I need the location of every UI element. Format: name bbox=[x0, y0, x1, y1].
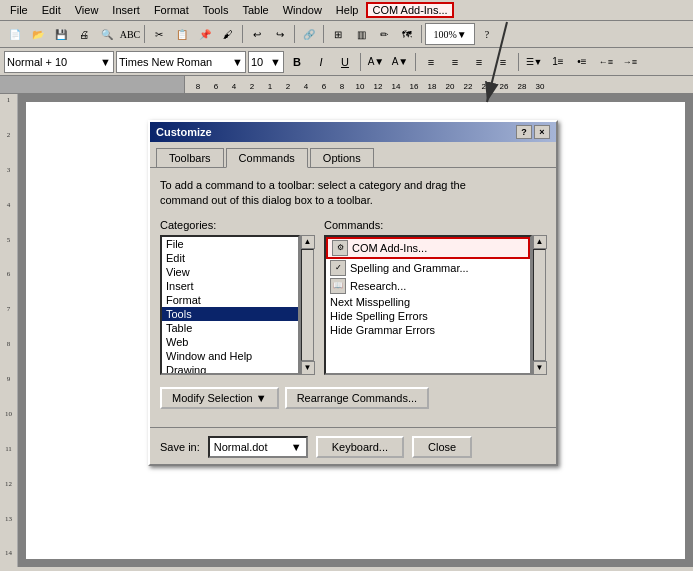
numbering-btn[interactable]: 1≡ bbox=[547, 51, 569, 73]
cmd-com-add-ins[interactable]: ⚙ COM Add-Ins... bbox=[326, 237, 530, 259]
save-in-dropdown[interactable]: Normal.dot ▼ bbox=[208, 436, 308, 458]
decrease-indent-btn[interactable]: ←≡ bbox=[595, 51, 617, 73]
preview-btn[interactable]: 🔍 bbox=[96, 23, 118, 45]
cmd-scroll-down-btn[interactable]: ▼ bbox=[533, 361, 547, 375]
highlight-btn[interactable]: A▼ bbox=[389, 51, 411, 73]
columns-btn[interactable]: ▥ bbox=[350, 23, 372, 45]
cmd-research[interactable]: 📖 Research... bbox=[326, 277, 530, 295]
tab-commands[interactable]: Commands bbox=[226, 148, 308, 168]
format-sep2 bbox=[415, 53, 416, 71]
menu-insert[interactable]: Insert bbox=[106, 2, 146, 18]
docmap-btn[interactable]: 🗺 bbox=[396, 23, 418, 45]
cat-window-help[interactable]: Window and Help bbox=[162, 349, 298, 363]
menu-edit[interactable]: Edit bbox=[36, 2, 67, 18]
underline-btn[interactable]: U bbox=[334, 51, 356, 73]
bold-btn[interactable]: B bbox=[286, 51, 308, 73]
menu-com-add-ins[interactable]: COM Add-Ins... bbox=[366, 2, 453, 18]
size-arrow[interactable]: ▼ bbox=[270, 56, 281, 68]
copy-btn[interactable]: 📋 bbox=[171, 23, 193, 45]
menu-table[interactable]: Table bbox=[236, 2, 274, 18]
dialog-titlebar: Customize ? × bbox=[150, 122, 556, 142]
scroll-down-btn[interactable]: ▼ bbox=[301, 361, 315, 375]
font-dropdown[interactable]: Times New Roman ▼ bbox=[116, 51, 246, 73]
cat-tools[interactable]: Tools bbox=[162, 307, 298, 321]
modify-selection-btn[interactable]: Modify Selection ▼ bbox=[160, 387, 279, 409]
main-toolbar: 📄 📂 💾 🖨 🔍 ABC ✂ 📋 📌 🖌 ↩ ↪ 🔗 ⊞ ▥ ✏ 🗺 100%… bbox=[0, 21, 693, 48]
tab-toolbars[interactable]: Toolbars bbox=[156, 148, 224, 167]
spell-btn[interactable]: ABC bbox=[119, 23, 141, 45]
dialog-title-controls: ? × bbox=[516, 125, 550, 139]
align-left-btn[interactable]: ≡ bbox=[420, 51, 442, 73]
format-sep3 bbox=[518, 53, 519, 71]
dialog-content: To add a command to a toolbar: select a … bbox=[150, 167, 556, 423]
cmd-scroll-track[interactable] bbox=[533, 249, 546, 361]
menu-help[interactable]: Help bbox=[330, 2, 365, 18]
cat-table[interactable]: Table bbox=[162, 321, 298, 335]
cmd-hide-spelling[interactable]: Hide Spelling Errors bbox=[326, 309, 530, 323]
format-toolbar: Normal + 10 ▼ Times New Roman ▼ 10 ▼ B I… bbox=[0, 48, 693, 76]
zoom-dropdown[interactable]: 100%▼ bbox=[425, 23, 475, 45]
menu-view[interactable]: View bbox=[69, 2, 105, 18]
keyboard-btn[interactable]: Keyboard... bbox=[316, 436, 404, 458]
scroll-track[interactable] bbox=[301, 249, 314, 361]
cat-view[interactable]: View bbox=[162, 265, 298, 279]
cat-format[interactable]: Format bbox=[162, 293, 298, 307]
format-painter-btn[interactable]: 🖌 bbox=[217, 23, 239, 45]
dialog-help-btn[interactable]: ? bbox=[516, 125, 532, 139]
size-value: 10 bbox=[251, 56, 263, 68]
save-in-arrow[interactable]: ▼ bbox=[291, 441, 302, 453]
increase-indent-btn[interactable]: →≡ bbox=[619, 51, 641, 73]
style-arrow[interactable]: ▼ bbox=[100, 56, 111, 68]
cat-drawing[interactable]: Drawing bbox=[162, 363, 298, 375]
cat-web[interactable]: Web bbox=[162, 335, 298, 349]
help-question-btn[interactable]: ? bbox=[476, 23, 498, 45]
cat-edit[interactable]: Edit bbox=[162, 251, 298, 265]
font-color-btn[interactable]: A▼ bbox=[365, 51, 387, 73]
open-btn[interactable]: 📂 bbox=[27, 23, 49, 45]
dialog-close-btn[interactable]: × bbox=[534, 125, 550, 139]
close-dialog-btn[interactable]: Close bbox=[412, 436, 472, 458]
table-btn[interactable]: ⊞ bbox=[327, 23, 349, 45]
commands-scrollbar[interactable]: ▲ ▼ bbox=[532, 235, 546, 375]
commands-list[interactable]: ⚙ COM Add-Ins... ✓ Spelling and Grammar.… bbox=[324, 235, 532, 375]
dialog-tabs: Toolbars Commands Options bbox=[150, 142, 556, 167]
size-dropdown[interactable]: 10 ▼ bbox=[248, 51, 284, 73]
sep4 bbox=[323, 25, 324, 43]
cmd-scroll-up-btn[interactable]: ▲ bbox=[533, 235, 547, 249]
undo-btn[interactable]: ↩ bbox=[246, 23, 268, 45]
font-arrow[interactable]: ▼ bbox=[232, 56, 243, 68]
align-center-btn[interactable]: ≡ bbox=[444, 51, 466, 73]
align-right-btn[interactable]: ≡ bbox=[468, 51, 490, 73]
menu-window[interactable]: Window bbox=[277, 2, 328, 18]
save-btn[interactable]: 💾 bbox=[50, 23, 72, 45]
cat-file[interactable]: File bbox=[162, 237, 298, 251]
scroll-up-btn[interactable]: ▲ bbox=[301, 235, 315, 249]
tab-options[interactable]: Options bbox=[310, 148, 374, 167]
menu-tools[interactable]: Tools bbox=[197, 2, 235, 18]
new-btn[interactable]: 📄 bbox=[4, 23, 26, 45]
italic-btn[interactable]: I bbox=[310, 51, 332, 73]
drawing-btn[interactable]: ✏ bbox=[373, 23, 395, 45]
redo-btn[interactable]: ↪ bbox=[269, 23, 291, 45]
hyperlink-btn[interactable]: 🔗 bbox=[298, 23, 320, 45]
cmd-hide-grammar[interactable]: Hide Grammar Errors bbox=[326, 323, 530, 337]
cmd-spelling[interactable]: ✓ Spelling and Grammar... bbox=[326, 259, 530, 277]
categories-scrollbar[interactable]: ▲ ▼ bbox=[300, 235, 314, 375]
cat-insert[interactable]: Insert bbox=[162, 279, 298, 293]
cut-btn[interactable]: ✂ bbox=[148, 23, 170, 45]
cmd-next-misspelling[interactable]: Next Misspelling bbox=[326, 295, 530, 309]
categories-list[interactable]: File Edit View Insert Format Tools Table… bbox=[160, 235, 300, 375]
dialog-title: Customize bbox=[156, 126, 212, 138]
style-value: Normal + 10 bbox=[7, 56, 67, 68]
sep3 bbox=[294, 25, 295, 43]
menu-bar: File Edit View Insert Format Tools Table… bbox=[0, 0, 693, 21]
justify-btn[interactable]: ≡ bbox=[492, 51, 514, 73]
menu-format[interactable]: Format bbox=[148, 2, 195, 18]
print-btn[interactable]: 🖨 bbox=[73, 23, 95, 45]
line-spacing-btn[interactable]: ☰▼ bbox=[523, 51, 545, 73]
menu-file[interactable]: File bbox=[4, 2, 34, 18]
paste-btn[interactable]: 📌 bbox=[194, 23, 216, 45]
bullets-btn[interactable]: •≡ bbox=[571, 51, 593, 73]
style-dropdown[interactable]: Normal + 10 ▼ bbox=[4, 51, 114, 73]
rearrange-commands-btn[interactable]: Rearrange Commands... bbox=[285, 387, 429, 409]
